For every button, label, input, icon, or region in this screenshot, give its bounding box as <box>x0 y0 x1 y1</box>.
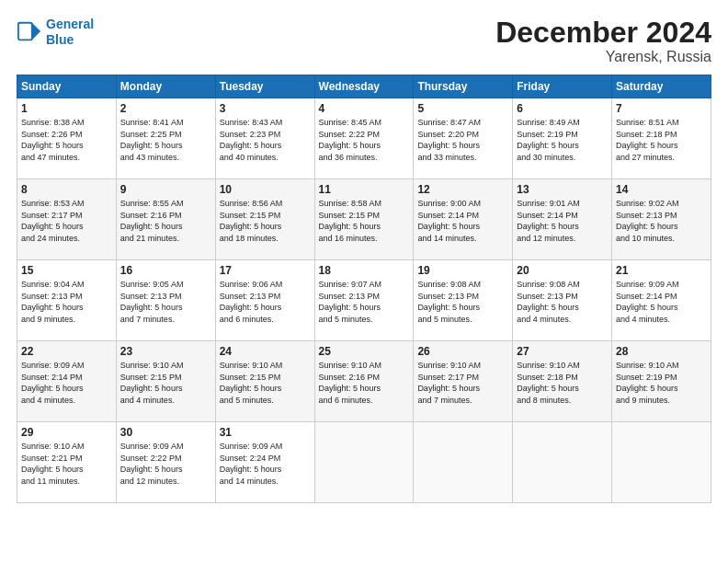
table-row: 10Sunrise: 8:56 AM Sunset: 2:15 PM Dayli… <box>215 179 314 260</box>
table-row: 20Sunrise: 9:08 AM Sunset: 2:13 PM Dayli… <box>513 260 612 341</box>
day-number: 21 <box>616 264 707 277</box>
day-number: 24 <box>220 345 311 358</box>
day-number: 9 <box>120 183 211 196</box>
table-row: 9Sunrise: 8:55 AM Sunset: 2:16 PM Daylig… <box>116 179 215 260</box>
day-number: 5 <box>417 102 508 115</box>
day-info: Sunrise: 9:10 AM Sunset: 2:17 PM Dayligh… <box>417 360 508 406</box>
day-info: Sunrise: 9:09 AM Sunset: 2:24 PM Dayligh… <box>220 441 311 487</box>
day-info: Sunrise: 9:08 AM Sunset: 2:13 PM Dayligh… <box>417 279 508 325</box>
table-row: 17Sunrise: 9:06 AM Sunset: 2:13 PM Dayli… <box>215 260 314 341</box>
table-row <box>612 422 711 503</box>
calendar-week-row: 22Sunrise: 9:09 AM Sunset: 2:14 PM Dayli… <box>17 341 711 422</box>
day-number: 15 <box>21 264 112 277</box>
calendar-week-row: 15Sunrise: 9:04 AM Sunset: 2:13 PM Dayli… <box>17 260 711 341</box>
header-sunday: Sunday <box>17 75 117 98</box>
table-row: 15Sunrise: 9:04 AM Sunset: 2:13 PM Dayli… <box>17 260 117 341</box>
day-number: 28 <box>616 345 707 358</box>
svg-marker-0 <box>32 23 40 40</box>
day-info: Sunrise: 9:10 AM Sunset: 2:21 PM Dayligh… <box>21 441 112 487</box>
header-wednesday: Wednesday <box>314 75 414 98</box>
table-row: 16Sunrise: 9:05 AM Sunset: 2:13 PM Dayli… <box>116 260 215 341</box>
table-row: 24Sunrise: 9:10 AM Sunset: 2:15 PM Dayli… <box>215 341 314 422</box>
day-info: Sunrise: 9:07 AM Sunset: 2:13 PM Dayligh… <box>319 279 410 325</box>
day-info: Sunrise: 9:10 AM Sunset: 2:19 PM Dayligh… <box>616 360 707 406</box>
logo-text: General Blue <box>46 17 94 48</box>
table-row: 8Sunrise: 8:53 AM Sunset: 2:17 PM Daylig… <box>17 179 117 260</box>
calendar-week-row: 1Sunrise: 8:38 AM Sunset: 2:26 PM Daylig… <box>17 98 711 179</box>
day-info: Sunrise: 9:09 AM Sunset: 2:22 PM Dayligh… <box>120 441 211 487</box>
day-info: Sunrise: 9:10 AM Sunset: 2:16 PM Dayligh… <box>319 360 410 406</box>
day-info: Sunrise: 9:10 AM Sunset: 2:15 PM Dayligh… <box>220 360 311 406</box>
day-info: Sunrise: 8:45 AM Sunset: 2:22 PM Dayligh… <box>319 117 410 163</box>
day-info: Sunrise: 8:53 AM Sunset: 2:17 PM Dayligh… <box>21 198 112 244</box>
day-number: 13 <box>517 183 608 196</box>
weekday-header-row: Sunday Monday Tuesday Wednesday Thursday… <box>17 75 711 98</box>
logo: General Blue <box>17 17 94 48</box>
day-number: 22 <box>21 345 112 358</box>
table-row: 14Sunrise: 9:02 AM Sunset: 2:13 PM Dayli… <box>612 179 711 260</box>
table-row: 26Sunrise: 9:10 AM Sunset: 2:17 PM Dayli… <box>414 341 513 422</box>
header-friday: Friday <box>513 75 612 98</box>
day-number: 3 <box>220 102 311 115</box>
day-info: Sunrise: 9:01 AM Sunset: 2:14 PM Dayligh… <box>517 198 608 244</box>
day-number: 14 <box>616 183 707 196</box>
day-number: 11 <box>319 183 410 196</box>
day-number: 8 <box>21 183 112 196</box>
day-info: Sunrise: 8:43 AM Sunset: 2:23 PM Dayligh… <box>220 117 311 163</box>
header-monday: Monday <box>116 75 215 98</box>
title-block: December 2024 Yarensk, Russia <box>495 17 711 65</box>
table-row: 22Sunrise: 9:09 AM Sunset: 2:14 PM Dayli… <box>17 341 117 422</box>
main-title: December 2024 <box>495 17 711 49</box>
table-row: 31Sunrise: 9:09 AM Sunset: 2:24 PM Dayli… <box>215 422 314 503</box>
day-info: Sunrise: 8:55 AM Sunset: 2:16 PM Dayligh… <box>120 198 211 244</box>
day-number: 23 <box>120 345 211 358</box>
table-row: 25Sunrise: 9:10 AM Sunset: 2:16 PM Dayli… <box>314 341 414 422</box>
day-number: 4 <box>319 102 410 115</box>
table-row: 19Sunrise: 9:08 AM Sunset: 2:13 PM Dayli… <box>414 260 513 341</box>
header-tuesday: Tuesday <box>215 75 314 98</box>
day-info: Sunrise: 9:08 AM Sunset: 2:13 PM Dayligh… <box>517 279 608 325</box>
day-number: 12 <box>417 183 508 196</box>
table-row: 21Sunrise: 9:09 AM Sunset: 2:14 PM Dayli… <box>612 260 711 341</box>
table-row: 3Sunrise: 8:43 AM Sunset: 2:23 PM Daylig… <box>215 98 314 179</box>
day-number: 10 <box>220 183 311 196</box>
table-row: 12Sunrise: 9:00 AM Sunset: 2:14 PM Dayli… <box>414 179 513 260</box>
day-info: Sunrise: 9:09 AM Sunset: 2:14 PM Dayligh… <box>616 279 707 325</box>
day-number: 20 <box>517 264 608 277</box>
day-info: Sunrise: 8:47 AM Sunset: 2:20 PM Dayligh… <box>417 117 508 163</box>
day-number: 29 <box>21 426 112 439</box>
day-number: 31 <box>220 426 311 439</box>
logo-icon <box>17 19 42 45</box>
day-number: 25 <box>319 345 410 358</box>
day-number: 1 <box>21 102 112 115</box>
day-info: Sunrise: 9:06 AM Sunset: 2:13 PM Dayligh… <box>220 279 311 325</box>
table-row: 6Sunrise: 8:49 AM Sunset: 2:19 PM Daylig… <box>513 98 612 179</box>
day-number: 27 <box>517 345 608 358</box>
day-number: 30 <box>120 426 211 439</box>
calendar-week-row: 8Sunrise: 8:53 AM Sunset: 2:17 PM Daylig… <box>17 179 711 260</box>
table-row: 13Sunrise: 9:01 AM Sunset: 2:14 PM Dayli… <box>513 179 612 260</box>
subtitle: Yarensk, Russia <box>495 49 711 65</box>
calendar-table: Sunday Monday Tuesday Wednesday Thursday… <box>17 75 711 503</box>
day-info: Sunrise: 9:10 AM Sunset: 2:18 PM Dayligh… <box>517 360 608 406</box>
table-row <box>314 422 414 503</box>
table-row: 30Sunrise: 9:09 AM Sunset: 2:22 PM Dayli… <box>116 422 215 503</box>
table-row: 5Sunrise: 8:47 AM Sunset: 2:20 PM Daylig… <box>414 98 513 179</box>
table-row <box>513 422 612 503</box>
table-row: 11Sunrise: 8:58 AM Sunset: 2:15 PM Dayli… <box>314 179 414 260</box>
day-info: Sunrise: 8:38 AM Sunset: 2:26 PM Dayligh… <box>21 117 112 163</box>
day-number: 17 <box>220 264 311 277</box>
table-row: 29Sunrise: 9:10 AM Sunset: 2:21 PM Dayli… <box>17 422 117 503</box>
table-row: 28Sunrise: 9:10 AM Sunset: 2:19 PM Dayli… <box>612 341 711 422</box>
table-row: 1Sunrise: 8:38 AM Sunset: 2:26 PM Daylig… <box>17 98 117 179</box>
day-number: 26 <box>417 345 508 358</box>
day-info: Sunrise: 8:56 AM Sunset: 2:15 PM Dayligh… <box>220 198 311 244</box>
day-info: Sunrise: 8:51 AM Sunset: 2:18 PM Dayligh… <box>616 117 707 163</box>
day-info: Sunrise: 8:49 AM Sunset: 2:19 PM Dayligh… <box>517 117 608 163</box>
day-info: Sunrise: 9:04 AM Sunset: 2:13 PM Dayligh… <box>21 279 112 325</box>
day-number: 7 <box>616 102 707 115</box>
header-saturday: Saturday <box>612 75 711 98</box>
day-info: Sunrise: 9:09 AM Sunset: 2:14 PM Dayligh… <box>21 360 112 406</box>
table-row: 18Sunrise: 9:07 AM Sunset: 2:13 PM Dayli… <box>314 260 414 341</box>
day-info: Sunrise: 9:10 AM Sunset: 2:15 PM Dayligh… <box>120 360 211 406</box>
